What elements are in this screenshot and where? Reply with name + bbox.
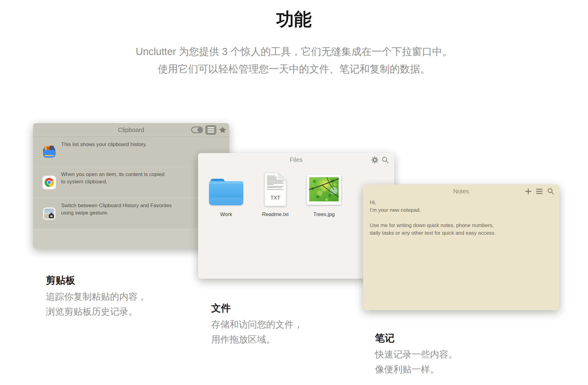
- clipboard-caption-line-2: 浏览剪贴板历史记录。: [46, 306, 138, 317]
- clipboard-caption-line-1: 追踪你复制粘贴的内容，: [46, 292, 147, 302]
- unclutter-clipboard-app-icon: [42, 145, 56, 159]
- clipboard-caption-heading: 剪贴板: [46, 274, 147, 286]
- toggle-switch-icon[interactable]: [191, 126, 203, 134]
- files-panel-title: Files: [198, 153, 394, 167]
- favorites-star-icon[interactable]: [219, 126, 227, 134]
- clipboard-row-text: This list shows your clipboard history.: [61, 141, 147, 148]
- file-label: Trees.jpg: [301, 211, 347, 218]
- clipboard-panel-header: Clipboard: [33, 123, 229, 137]
- txt-badge: TXT: [270, 195, 280, 201]
- notes-caption-line-1: 快速记录一些内容。: [375, 349, 458, 359]
- files-caption-line-2: 用作拖放区域。: [211, 334, 275, 344]
- notes-text-area[interactable]: Hi, I’m your new notepad. Use me for wri…: [370, 199, 552, 237]
- file-label: Work: [203, 211, 249, 218]
- gear-icon[interactable]: [371, 156, 379, 164]
- clipboard-row-text: using swipe gesture.: [61, 209, 172, 217]
- page-subtitle: Unclutter 为您提供 3 个惊人的工具，它们无缝集成在一个下拉窗口中。 …: [0, 43, 588, 78]
- search-icon[interactable]: [381, 156, 389, 164]
- notes-panel-header: Notes: [363, 185, 559, 198]
- clipboard-row-text: When you open an item, its content is co…: [61, 171, 164, 178]
- folder-icon: [208, 176, 244, 206]
- notes-caption-line-2: 像便利贴一样。: [375, 364, 439, 374]
- files-caption: 文件 存储和访问您的文件， 用作拖放区域。: [211, 302, 303, 347]
- file-item-work-folder[interactable]: Work: [203, 170, 249, 218]
- files-caption-line-1: 存储和访问您的文件，: [211, 319, 303, 329]
- file-item-trees-jpg[interactable]: Trees.jpg: [301, 170, 347, 218]
- files-caption-heading: 文件: [211, 302, 303, 314]
- note-line: Use me for writing down quick notes, pho…: [370, 222, 552, 229]
- preview-app-icon: [42, 207, 56, 221]
- notes-caption: 笔记 快速记录一些内容。 像便利贴一样。: [375, 332, 458, 377]
- note-line: I’m your new notepad.: [370, 206, 552, 214]
- notes-caption-heading: 笔记: [375, 332, 458, 344]
- note-line: Hi,: [370, 199, 552, 206]
- chrome-app-icon: [42, 175, 56, 189]
- subtitle-line-2: 使用它们可以轻松管理您一天中的文件、笔记和复制的数据。: [158, 63, 430, 75]
- clipboard-caption: 剪贴板 追踪你复制粘贴的内容， 浏览剪贴板历史记录。: [46, 274, 147, 319]
- files-panel-header: Files: [198, 153, 394, 167]
- clipboard-row-text: Switch between Clipboard History and Fav…: [61, 202, 172, 209]
- page-title: 功能: [0, 9, 588, 30]
- clipboard-row-text: to system clipboard.: [61, 178, 164, 185]
- note-line: daily tasks or any other text for quick …: [370, 229, 552, 237]
- subtitle-line-1: Unclutter 为您提供 3 个惊人的工具，它们无缝集成在一个下拉窗口中。: [136, 46, 452, 57]
- notes-panel: Notes: [363, 185, 559, 310]
- note-line: [370, 214, 552, 222]
- image-thumbnail-icon: [307, 175, 341, 205]
- search-icon[interactable]: [547, 188, 554, 195]
- plus-icon[interactable]: [525, 188, 532, 195]
- file-item-readme-txt[interactable]: TXT Readme.txt: [252, 170, 298, 218]
- text-document-icon: TXT: [264, 173, 286, 206]
- list-view-icon[interactable]: [205, 125, 216, 135]
- notes-list-icon[interactable]: [536, 188, 543, 195]
- file-label: Readme.txt: [252, 211, 298, 218]
